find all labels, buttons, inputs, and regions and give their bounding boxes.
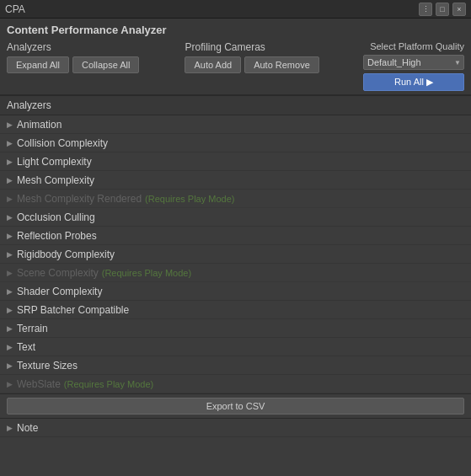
analyzer-item-label: Terrain: [17, 323, 48, 334]
expand-arrow-icon: ▶: [7, 343, 13, 351]
analyzer-item-label: Light Complexity: [17, 156, 92, 168]
analyzer-item-label: Mesh Complexity: [17, 174, 94, 186]
window-header: Content Performance Analyzer Analyzers E…: [0, 19, 471, 95]
analyzer-item-label: Shader Complexity: [17, 286, 102, 297]
analyzer-list-item[interactable]: ▶Terrain: [0, 319, 471, 338]
export-csv-button[interactable]: Export to CSV: [7, 398, 464, 414]
analyzer-list-item: ▶Scene Complexity(Requires Play Mode): [0, 264, 471, 282]
title-bar-menu-btn[interactable]: ⋮: [419, 3, 432, 16]
analyzers-controls: Analyzers Expand All Collapse All: [7, 41, 139, 75]
profiling-section: Profiling Cameras Auto Add Auto Remove: [185, 41, 318, 75]
expand-arrow-icon: ▶: [7, 324, 13, 333]
window-header-title: Content Performance Analyzer: [7, 24, 464, 36]
expand-collapse-row: Expand All Collapse All: [7, 56, 139, 73]
profiling-label: Profiling Cameras: [185, 41, 318, 53]
analyzer-list-item[interactable]: ▶Mesh Complexity: [0, 171, 471, 190]
expand-arrow-icon: ▶: [7, 306, 13, 314]
requires-play-badge: (Requires Play Mode): [64, 379, 153, 389]
analyzer-item-label: Animation: [17, 119, 62, 131]
analyzer-list-item[interactable]: ▶Reflection Probes: [0, 227, 471, 245]
expand-arrow-icon: ▶: [7, 195, 13, 203]
expand-arrow-icon: ▶: [7, 139, 13, 147]
profiling-buttons-row: Auto Add Auto Remove: [185, 56, 318, 73]
analyzer-list-item[interactable]: ▶Text: [0, 338, 471, 356]
analyzer-list-item[interactable]: ▶Rigidbody Complexity: [0, 245, 471, 264]
title-bar-title: CPA: [5, 3, 25, 15]
expand-arrow-icon: ▶: [7, 380, 13, 388]
platform-quality-label: Select Platform Quality: [370, 41, 464, 51]
analyzer-item-label: Texture Sizes: [17, 360, 78, 372]
expand-arrow-icon: ▶: [7, 250, 13, 259]
analyzer-item-label: Collision Complexity: [17, 137, 108, 149]
analyzer-list: ▶Animation▶Collision Complexity▶Light Co…: [0, 115, 471, 393]
run-all-button[interactable]: Run All ▶: [363, 73, 464, 91]
requires-play-badge: (Requires Play Mode): [102, 268, 191, 278]
analyzer-list-item[interactable]: ▶Light Complexity: [0, 152, 471, 171]
analyzers-section-label: Analyzers: [7, 41, 139, 53]
analyzer-list-item[interactable]: ▶Occlusion Culling: [0, 208, 471, 227]
note-label: Note: [17, 422, 38, 434]
analyzer-list-item: ▶Mesh Complexity Rendered(Requires Play …: [0, 190, 471, 208]
collapse-all-button[interactable]: Collapse All: [72, 56, 139, 73]
title-bar-left: CPA: [5, 3, 25, 15]
analyzer-item-label: Mesh Complexity Rendered: [17, 193, 142, 205]
right-controls: Select Platform Quality Default_High Def…: [363, 41, 464, 91]
analyzer-list-item[interactable]: ▶Animation: [0, 115, 471, 134]
analyzer-item-label: Scene Complexity: [17, 267, 99, 279]
analyzer-item-label: SRP Batcher Compatible: [17, 304, 129, 316]
analyzer-item-label: Reflection Probes: [17, 230, 97, 242]
analyzer-item-label: Text: [17, 341, 35, 353]
expand-arrow-icon: ▶: [7, 176, 13, 185]
auto-add-button[interactable]: Auto Add: [185, 56, 241, 73]
analyzer-item-label: Occlusion Culling: [17, 211, 95, 223]
platform-select-wrapper: Default_High Default_Medium Default_Low: [363, 55, 464, 70]
export-row: Export to CSV: [0, 393, 471, 419]
title-bar-close-btn[interactable]: ×: [452, 3, 466, 16]
title-bar-controls: ⋮ □ ×: [419, 3, 466, 16]
title-bar: CPA ⋮ □ ×: [0, 0, 471, 19]
analyzer-list-item: ▶WebSlate(Requires Play Mode): [0, 375, 471, 393]
analyzer-list-item[interactable]: ▶SRP Batcher Compatible: [0, 301, 471, 319]
expand-arrow-icon: ▶: [7, 287, 13, 296]
analyzer-item-label: Rigidbody Complexity: [17, 249, 115, 260]
auto-remove-button[interactable]: Auto Remove: [244, 56, 319, 73]
analyzers-section-header: Analyzers: [0, 95, 471, 115]
note-list-item[interactable]: ▶ Note: [0, 419, 471, 437]
analyzer-item-label: WebSlate: [17, 378, 61, 390]
expand-arrow-icon: ▶: [7, 120, 13, 129]
top-controls: Analyzers Expand All Collapse All Profil…: [7, 41, 464, 91]
expand-arrow-icon: ▶: [7, 158, 13, 166]
analyzer-list-item[interactable]: ▶Shader Complexity: [0, 282, 471, 301]
analyzer-list-item[interactable]: ▶Texture Sizes: [0, 356, 471, 375]
expand-arrow-icon: ▶: [7, 213, 13, 222]
title-bar-maximize-btn[interactable]: □: [436, 3, 449, 16]
expand-arrow-icon: ▶: [7, 361, 13, 370]
requires-play-badge: (Requires Play Mode): [145, 194, 234, 204]
note-expand-arrow: ▶: [7, 424, 13, 432]
analyzer-list-item[interactable]: ▶Collision Complexity: [0, 134, 471, 152]
analyzers-section-header-label: Analyzers: [7, 99, 51, 111]
expand-arrow-icon: ▶: [7, 269, 13, 277]
expand-all-button[interactable]: Expand All: [7, 56, 69, 73]
platform-quality-select[interactable]: Default_High Default_Medium Default_Low: [363, 55, 464, 70]
left-section: Analyzers Expand All Collapse All Profil…: [7, 41, 319, 75]
expand-arrow-icon: ▶: [7, 232, 13, 240]
